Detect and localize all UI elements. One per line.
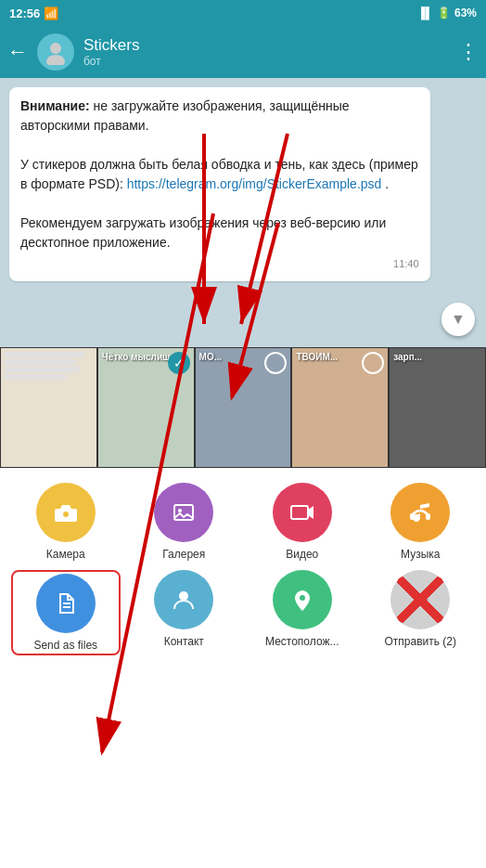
svg-point-14	[179, 591, 188, 601]
chat-area: Внимание: не загружайте изображения, защ…	[0, 78, 486, 347]
message-text4: Рекомендуем загружать изображения через …	[20, 215, 386, 250]
avatar	[37, 33, 74, 71]
chat-title: Stickers	[83, 36, 449, 55]
message-time: 11:40	[20, 256, 419, 272]
svg-rect-9	[291, 506, 308, 519]
contact-label: Контакт	[164, 635, 204, 648]
svg-line-16	[394, 574, 446, 626]
battery-level: 63%	[454, 6, 477, 19]
chat-subtitle: бот	[83, 55, 449, 68]
signal-icon: ▐▌	[417, 6, 433, 19]
menu-item-video[interactable]: Видео	[248, 483, 357, 561]
send-icon-circle	[390, 570, 450, 629]
svg-point-6	[62, 511, 70, 518]
menu-item-music[interactable]: Музыка	[366, 483, 476, 561]
file-icon-circle	[36, 574, 96, 633]
menu-item-gallery[interactable]: Галерея	[130, 483, 239, 561]
menu-area: Камера Галерея Видео	[0, 468, 486, 663]
menu-item-camera[interactable]: Камера	[11, 483, 121, 561]
location-label: Местополож...	[265, 635, 339, 648]
gallery-thumb-5[interactable]: зарп...	[389, 347, 486, 468]
video-label: Видео	[286, 548, 318, 561]
camera-icon-circle	[36, 483, 96, 542]
message-text3: .	[385, 176, 389, 191]
gallery-thumb-4[interactable]: ТВОИМ...	[291, 347, 389, 468]
svg-point-15	[300, 595, 305, 601]
svg-rect-11	[426, 513, 430, 520]
battery-icon: 🔋	[437, 6, 451, 19]
camera-label: Камера	[46, 548, 85, 561]
location-icon-circle	[273, 570, 332, 629]
message-link[interactable]: https://telegram.org/img/StickerExample.…	[127, 176, 382, 191]
music-icon-circle	[390, 483, 450, 542]
menu-item-location[interactable]: Местополож...	[248, 570, 357, 655]
gallery-thumb-1[interactable]	[0, 347, 97, 468]
gallery-thumb-2[interactable]: Чётко мыслишь ✓	[97, 347, 195, 468]
thumb-selected-check: ✓	[168, 352, 190, 374]
gallery-thumb-3[interactable]: МО...	[195, 347, 292, 468]
file-label: Send as files	[33, 639, 97, 652]
menu-item-send[interactable]: Отправить (2)	[366, 570, 476, 655]
music-label: Музыка	[401, 548, 440, 561]
gallery-strip: Чётко мыслишь ✓ МО... ТВОИМ... зарп...	[0, 347, 486, 468]
scroll-down-button[interactable]: ▼	[441, 303, 475, 336]
menu-item-file[interactable]: Send as files	[11, 570, 121, 655]
header: ← Stickers бот ⋮	[0, 26, 486, 78]
menu-grid: Камера Галерея Видео	[7, 483, 479, 655]
send-label: Отправить (2)	[384, 635, 456, 648]
gallery-icon-circle	[154, 483, 213, 542]
menu-item-contact[interactable]: Контакт	[130, 570, 239, 655]
video-icon-circle	[273, 483, 332, 542]
svg-point-0	[50, 43, 61, 54]
thumb-circle-4	[362, 352, 384, 374]
svg-point-8	[178, 509, 182, 512]
message-bubble: Внимание: не загружайте изображения, защ…	[9, 87, 430, 281]
svg-point-1	[46, 55, 65, 65]
time: 12:56	[9, 6, 40, 20]
status-bar: 12:56 📶 ▐▌ 🔋 63%	[0, 0, 486, 26]
contact-icon-circle	[154, 570, 213, 629]
back-button[interactable]: ←	[7, 40, 28, 64]
svg-line-17	[394, 574, 446, 626]
message-bold: Внимание:	[20, 98, 90, 113]
svg-rect-10	[410, 513, 415, 520]
wifi-icon: 📶	[44, 6, 58, 20]
more-options-icon[interactable]: ⋮	[458, 40, 479, 64]
gallery-label: Галерея	[162, 548, 205, 561]
